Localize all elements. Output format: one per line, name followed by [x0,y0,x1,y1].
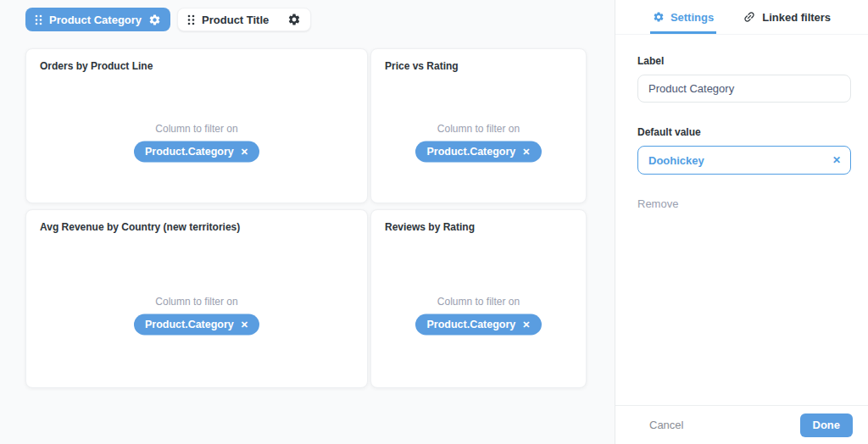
filter-chip-label: Product Category [49,14,142,26]
done-button[interactable]: Done [800,413,854,437]
gear-icon[interactable] [287,13,301,26]
label-field-label: Label [637,55,851,67]
filter-settings-sidebar: Settings Linked filters Label Default va… [615,0,868,444]
gear-icon[interactable] [148,14,161,26]
card-filter-target: Column to filter on Product.Category ✕ [371,295,586,335]
drag-handle-icon[interactable] [187,14,195,25]
label-input[interactable] [637,75,851,103]
dashboard-card: Avg Revenue by Country (new territories)… [25,209,368,388]
tab-linked-filters[interactable]: Linked filters [740,0,833,34]
card-filter-target: Column to filter on Product.Category ✕ [26,122,367,162]
card-title: Price vs Rating [385,60,459,72]
card-title: Reviews by Rating [385,221,475,233]
remove-column-icon[interactable]: ✕ [241,319,248,330]
sidebar-tabs: Settings Linked filters [615,0,868,35]
dashboard-filter-editor: Product Category Product Title Orders by… [0,0,868,444]
filter-chip-label: Product Title [202,14,269,26]
column-filter-pill-label: Product.Category [426,146,515,158]
column-filter-hint: Column to filter on [155,122,237,134]
column-filter-pill[interactable]: Product.Category ✕ [415,141,541,162]
default-value-label: Default value [637,126,851,138]
filter-chip-row: Product Category Product Title [25,8,311,31]
dashboard-card: Orders by Product Line Column to filter … [25,48,368,203]
column-filter-pill-label: Product.Category [145,146,234,158]
clear-default-icon[interactable]: ✕ [832,155,841,165]
tab-settings-label: Settings [670,11,714,24]
filter-chip-product-title[interactable]: Product Title [177,8,311,31]
remove-column-icon[interactable]: ✕ [522,146,530,157]
column-filter-pill[interactable]: Product.Category ✕ [134,141,259,162]
card-title: Avg Revenue by Country (new territories) [40,221,240,233]
drag-handle-icon[interactable] [35,14,42,25]
column-filter-pill[interactable]: Product.Category ✕ [134,314,259,335]
card-filter-target: Column to filter on Product.Category ✕ [371,122,586,162]
column-filter-hint: Column to filter on [437,122,520,134]
column-filter-pill-label: Product.Category [145,319,234,330]
column-filter-hint: Column to filter on [437,295,520,307]
default-value-field: ✕ [637,146,851,175]
remove-column-icon[interactable]: ✕ [241,146,248,157]
tab-settings[interactable]: Settings [650,0,716,34]
link-icon [743,10,756,24]
settings-panel: Label Default value ✕ Remove [615,35,868,211]
dashboard-card: Price vs Rating Column to filter on Prod… [370,48,587,203]
tab-linked-filters-label: Linked filters [762,11,831,24]
remove-column-icon[interactable]: ✕ [522,319,530,330]
filter-chip-product-category[interactable]: Product Category [25,8,170,31]
card-filter-target: Column to filter on Product.Category ✕ [26,295,367,335]
sidebar-footer: Cancel Done [615,405,868,444]
gear-icon [653,11,665,23]
card-title: Orders by Product Line [40,60,153,72]
column-filter-hint: Column to filter on [155,295,237,307]
default-value-input[interactable] [637,146,851,175]
column-filter-pill[interactable]: Product.Category ✕ [415,314,541,335]
dashboard-card: Reviews by Rating Column to filter on Pr… [370,209,587,388]
column-filter-pill-label: Product.Category [426,319,515,330]
cancel-button[interactable]: Cancel [649,419,683,431]
remove-filter-link[interactable]: Remove [637,197,678,210]
